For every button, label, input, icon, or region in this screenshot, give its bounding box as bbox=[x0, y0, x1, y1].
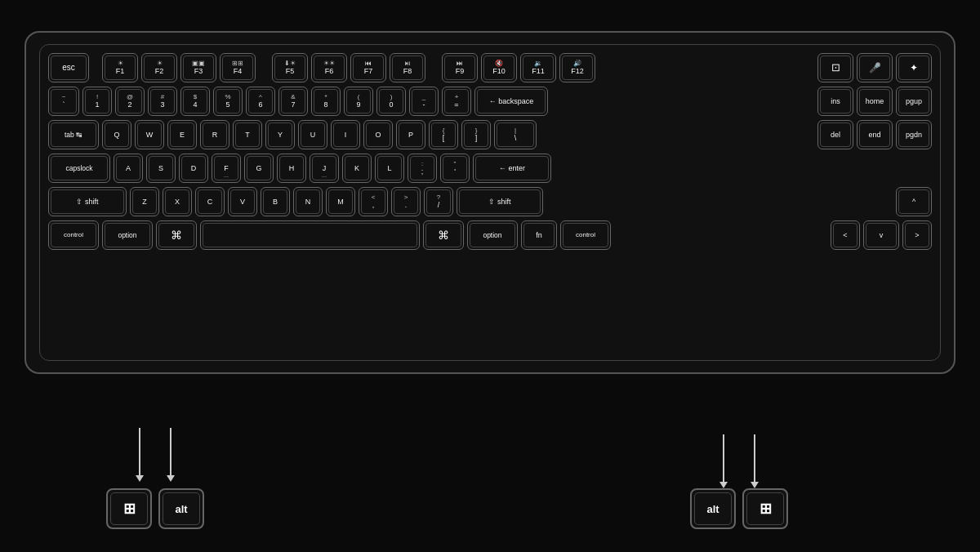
key-right-cmd[interactable]: ⌘ bbox=[423, 220, 464, 250]
key-ins[interactable]: ins bbox=[817, 87, 853, 116]
key-left-option[interactable]: option bbox=[102, 220, 153, 250]
key-e[interactable]: E bbox=[167, 120, 197, 149]
annotation-key-alt-left[interactable]: alt bbox=[158, 488, 204, 529]
key-space[interactable] bbox=[200, 220, 420, 250]
number-row: ~ ` ! 1 @ 2 # 3 $ 4 bbox=[48, 87, 932, 116]
key-del[interactable]: del bbox=[817, 120, 853, 149]
key-left-control[interactable]: control bbox=[48, 220, 99, 250]
key-capslock[interactable]: capslock bbox=[48, 154, 110, 183]
key-quote[interactable]: " ' bbox=[440, 154, 470, 183]
arrow-line-right-2 bbox=[751, 434, 759, 488]
annotation-keys-left: ⊞ alt bbox=[106, 488, 204, 529]
key-screenshot[interactable]: ⊡ bbox=[817, 53, 853, 82]
key-pgdn[interactable]: pgdn bbox=[896, 120, 932, 149]
key-tilde[interactable]: ~ ` bbox=[48, 87, 79, 116]
key-pgup[interactable]: pgup bbox=[896, 87, 932, 116]
key-8[interactable]: * 8 bbox=[311, 87, 341, 116]
key-period[interactable]: > . bbox=[391, 187, 421, 216]
key-v[interactable]: V bbox=[228, 187, 257, 216]
caps-row: capslock A S D F — G H J — K L : bbox=[48, 154, 932, 183]
annotation-key-windows-left[interactable]: ⊞ bbox=[106, 488, 152, 529]
key-backspace[interactable]: ← backspace bbox=[474, 87, 548, 116]
key-h[interactable]: H bbox=[277, 154, 306, 183]
key-bracket-right[interactable]: } ] bbox=[461, 120, 491, 149]
key-backslash[interactable]: | \ bbox=[494, 120, 537, 149]
key-9[interactable]: ( 9 bbox=[344, 87, 373, 116]
key-f9[interactable]: ⏭ F9 bbox=[442, 53, 478, 82]
key-f[interactable]: F — bbox=[212, 154, 241, 183]
key-p[interactable]: P bbox=[396, 120, 425, 149]
key-minus[interactable]: _ - bbox=[409, 87, 439, 116]
key-f3[interactable]: ▣▣ F3 bbox=[180, 53, 216, 82]
key-g[interactable]: G bbox=[244, 154, 274, 183]
key-f1[interactable]: ☀ F1 bbox=[102, 53, 138, 82]
key-b[interactable]: B bbox=[261, 187, 290, 216]
key-t[interactable]: T bbox=[233, 120, 262, 149]
key-slash[interactable]: ? / bbox=[424, 187, 453, 216]
key-f6[interactable]: ☀☀ F6 bbox=[311, 53, 347, 82]
key-enter[interactable]: ← enter bbox=[473, 154, 551, 183]
key-f7[interactable]: ⏮ F7 bbox=[350, 53, 386, 82]
key-fn[interactable]: fn bbox=[521, 220, 557, 250]
key-o[interactable]: O bbox=[363, 120, 393, 149]
key-y[interactable]: Y bbox=[265, 120, 295, 149]
key-2[interactable]: @ 2 bbox=[115, 87, 145, 116]
key-tab[interactable]: tab ↹ bbox=[48, 120, 99, 149]
key-f10[interactable]: 🔇 F10 bbox=[481, 53, 517, 82]
key-left-arrow[interactable]: < bbox=[831, 220, 860, 250]
key-u[interactable]: U bbox=[298, 120, 327, 149]
key-f2[interactable]: ☀ F2 bbox=[141, 53, 177, 82]
key-f11[interactable]: 🔉 F11 bbox=[520, 53, 556, 82]
key-left-cmd[interactable]: ⌘ bbox=[156, 220, 197, 250]
key-f4[interactable]: ⊞⊞ F4 bbox=[220, 53, 256, 82]
key-k[interactable]: K bbox=[342, 154, 372, 183]
key-s[interactable]: S bbox=[146, 154, 176, 183]
key-n[interactable]: N bbox=[293, 187, 323, 216]
key-w[interactable]: W bbox=[135, 120, 164, 149]
key-d[interactable]: D bbox=[179, 154, 208, 183]
key-brightness-fn[interactable]: ✦ bbox=[896, 53, 932, 82]
key-right-shift[interactable]: ⇧ shift bbox=[457, 187, 543, 216]
key-f12[interactable]: 🔊 F12 bbox=[559, 53, 595, 82]
key-7[interactable]: & 7 bbox=[278, 87, 308, 116]
key-down-arrow[interactable]: v bbox=[863, 220, 899, 250]
key-semicolon[interactable]: : ; bbox=[408, 154, 437, 183]
key-5[interactable]: % 5 bbox=[213, 87, 243, 116]
key-mic[interactable]: 🎤 bbox=[857, 53, 893, 82]
key-q[interactable]: Q bbox=[102, 120, 131, 149]
key-end[interactable]: end bbox=[857, 120, 893, 149]
key-right-control[interactable]: control bbox=[560, 220, 611, 250]
arrow-line-right-1 bbox=[719, 434, 728, 488]
key-m[interactable]: M bbox=[326, 187, 355, 216]
key-3[interactable]: # 3 bbox=[148, 87, 177, 116]
key-4[interactable]: $ 4 bbox=[180, 87, 210, 116]
key-home[interactable]: home bbox=[857, 87, 893, 116]
key-up-arrow[interactable]: ^ bbox=[896, 187, 932, 216]
key-esc[interactable]: esc bbox=[48, 53, 89, 82]
key-6[interactable]: ^ 6 bbox=[246, 87, 275, 116]
annotation-key-windows-right[interactable]: ⊞ bbox=[742, 488, 788, 529]
key-1[interactable]: ! 1 bbox=[82, 87, 112, 116]
key-right-option[interactable]: option bbox=[467, 220, 518, 250]
key-comma[interactable]: < , bbox=[359, 187, 388, 216]
key-right-arrow[interactable]: > bbox=[902, 220, 932, 250]
key-f8[interactable]: ⏯ F8 bbox=[390, 53, 425, 82]
key-0[interactable]: ) 0 bbox=[376, 87, 406, 116]
annotation-key-alt-right[interactable]: alt bbox=[690, 488, 736, 529]
key-i[interactable]: I bbox=[331, 120, 360, 149]
key-x[interactable]: X bbox=[163, 187, 192, 216]
key-equals[interactable]: + = bbox=[442, 87, 471, 116]
key-c[interactable]: C bbox=[195, 187, 225, 216]
key-l[interactable]: L bbox=[375, 154, 404, 183]
key-r[interactable]: R bbox=[200, 120, 229, 149]
key-z[interactable]: Z bbox=[130, 187, 159, 216]
key-f5[interactable]: ⬇☀ F5 bbox=[272, 53, 308, 82]
tab-row: tab ↹ Q W E R T Y U I O P { [ } ] bbox=[48, 120, 932, 149]
bottom-row: control option ⌘ ⌘ option fn bbox=[48, 220, 932, 250]
key-j[interactable]: J — bbox=[310, 154, 339, 183]
annotation-left: ⊞ alt bbox=[106, 428, 204, 529]
arrow-line-left-1 bbox=[136, 428, 144, 482]
key-a[interactable]: A bbox=[114, 154, 143, 183]
key-bracket-left[interactable]: { [ bbox=[429, 120, 458, 149]
key-left-shift[interactable]: ⇧ shift bbox=[48, 187, 127, 216]
